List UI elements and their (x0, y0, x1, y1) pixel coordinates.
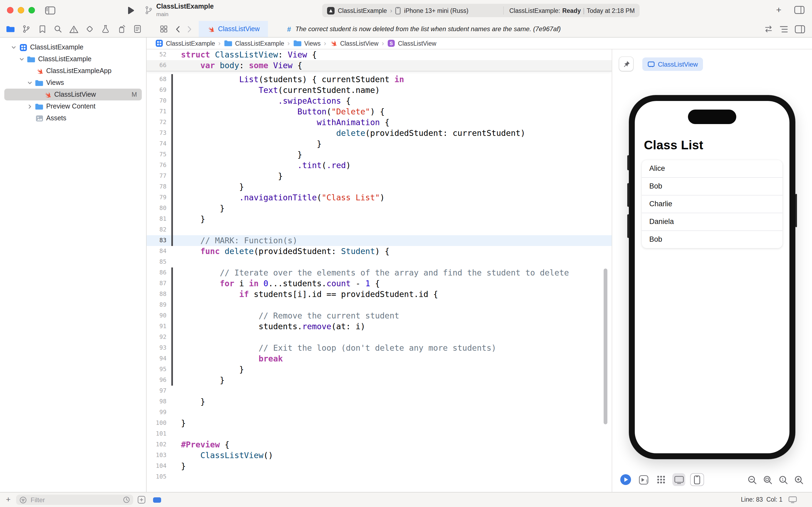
code-line-98[interactable]: 98 } (147, 396, 612, 407)
inspector-panel-icon[interactable] (795, 25, 805, 33)
code-line-90[interactable]: 90 // Remove the current student (147, 311, 612, 321)
run-button[interactable] (127, 6, 134, 14)
editor-layout-icon[interactable] (794, 6, 805, 14)
list-item[interactable]: Alice (642, 160, 782, 178)
code-line-102[interactable]: 102#Preview { (147, 439, 612, 450)
code-line-70[interactable]: 70 .swipeActions { (147, 96, 612, 106)
sidebar-item-classlistexampleapp[interactable]: ClassListExampleApp (4, 65, 142, 77)
back-icon[interactable] (176, 25, 180, 33)
breadcrumb-item[interactable]: ClassListExample (155, 39, 215, 47)
sidebar-item-classlistview[interactable]: ClassListViewM (4, 89, 142, 101)
zoom-actual-icon[interactable]: 1 (777, 474, 789, 486)
minimize-window-button[interactable] (18, 7, 24, 13)
zoom-in-icon[interactable] (793, 474, 805, 486)
issues-navigator-icon[interactable] (69, 24, 78, 34)
code-line-89[interactable]: 89 (147, 300, 612, 311)
code-line-85[interactable]: 85 (147, 257, 612, 268)
close-window-button[interactable] (7, 7, 13, 13)
chevron-down-icon[interactable] (10, 45, 18, 50)
code-line-72[interactable]: 72 withAnimation { (147, 117, 612, 128)
editor-grid-icon[interactable] (160, 25, 168, 33)
code-line-84[interactable]: 84 func delete(providedStudent: Student)… (147, 246, 612, 257)
code-line-92[interactable]: 92 (147, 332, 612, 343)
editor-scrollbar[interactable] (603, 269, 607, 424)
code-line-76[interactable]: 76 .tint(.red) (147, 160, 612, 171)
breadcrumb-item[interactable]: ClassListExample (224, 40, 284, 47)
code-line-75[interactable]: 75 } (147, 149, 612, 160)
code-editor[interactable]: 68 List(students) { currentStudent in69 … (147, 49, 612, 492)
bookmarks-navigator-icon[interactable] (38, 24, 47, 34)
filter-input[interactable] (30, 496, 120, 504)
zoom-fit-icon[interactable] (762, 474, 773, 486)
code-line-88[interactable]: 88 if students[i].id == providedStudent.… (147, 289, 612, 300)
code-line-83[interactable]: 83 // MARK: Function(s) (147, 235, 612, 246)
clock-icon[interactable] (123, 496, 130, 503)
swap-editors-icon[interactable] (764, 25, 773, 33)
code-line-80[interactable]: 80 } (147, 203, 612, 214)
zoom-window-button[interactable] (28, 7, 35, 13)
sidebar-item-classlistexample[interactable]: ClassListExample (4, 41, 142, 53)
forward-icon[interactable] (187, 25, 192, 33)
code-line-68[interactable]: 68 List(students) { currentStudent in (147, 74, 612, 85)
code-line-97[interactable]: 97 (147, 386, 612, 396)
zoom-out-icon[interactable] (747, 474, 758, 486)
list-item[interactable]: Bob (642, 231, 782, 248)
code-line-77[interactable]: 77 } (147, 171, 612, 181)
breadcrumb-item[interactable]: SClassListView (387, 39, 437, 47)
project-navigator-icon[interactable] (6, 24, 15, 34)
code-line-79[interactable]: 79 .navigationTitle("Class List") (147, 192, 612, 203)
find-navigator-icon[interactable] (53, 24, 63, 34)
flag-filter-icon[interactable] (137, 496, 146, 504)
code-line-74[interactable]: 74 } (147, 138, 612, 149)
list-item[interactable]: Daniela (642, 213, 782, 231)
sidebar-item-preview-content[interactable]: Preview Content (4, 101, 142, 112)
code-line-104[interactable]: 104} (147, 461, 612, 471)
code-line-78[interactable]: 78 } (147, 181, 612, 192)
code-line-99[interactable]: 99 (147, 407, 612, 418)
code-line-52[interactable]: 52struct ClassListView: View { (147, 49, 612, 60)
code-line-100[interactable]: 100} (147, 418, 612, 429)
variants-icon[interactable] (655, 473, 668, 486)
list-item[interactable]: Charlie (642, 195, 782, 213)
code-line-95[interactable]: 95 } (147, 364, 612, 375)
code-line-81[interactable]: 81 } (147, 214, 612, 225)
filter-field[interactable] (16, 495, 133, 505)
breadcrumb-item[interactable]: ClassListView (330, 39, 379, 47)
chevron-down-icon[interactable] (26, 80, 34, 85)
tab-classlistview[interactable]: ClassListView (199, 21, 268, 37)
code-line-73[interactable]: 73 delete(providedStudent: currentStuden… (147, 128, 612, 138)
breadcrumb-item[interactable]: Views (293, 40, 321, 47)
sidebar-item-assets[interactable]: Assets (4, 112, 142, 124)
code-line-82[interactable]: 82 (147, 225, 612, 235)
preview-on-device-icon[interactable]: 1 (637, 473, 650, 486)
chevron-down-icon[interactable] (18, 57, 26, 61)
reports-navigator-icon[interactable] (133, 24, 142, 34)
performance-navigator-icon[interactable] (101, 24, 110, 34)
list-item[interactable]: Bob (642, 178, 782, 195)
activity-view[interactable]: ClassListExample › iPhone 13+ mini (Russ… (322, 4, 640, 17)
preview-screen[interactable]: Class List AliceBobCharlieDanielaBob (635, 101, 790, 453)
sidebar-item-views[interactable]: Views (4, 77, 142, 89)
code-line-66[interactable]: 66 var body: some View { (147, 60, 612, 71)
jump-list-icon[interactable] (780, 25, 788, 33)
code-line-69[interactable]: 69 Text(currentStudent.name) (147, 85, 612, 96)
live-preview-button[interactable] (619, 473, 632, 486)
toggle-navigator-icon[interactable] (45, 6, 55, 14)
scheme-name[interactable]: ClassListExample (338, 7, 387, 14)
device-bezels-icon[interactable] (690, 473, 704, 486)
code-line-91[interactable]: 91 students.remove(at: i) (147, 321, 612, 332)
source-control-navigator-icon[interactable] (22, 24, 31, 34)
code-line-105[interactable]: 105 (147, 471, 612, 482)
code-line-86[interactable]: 86 // Iterate over the elements of the a… (147, 268, 612, 278)
new-tab-button[interactable]: + (776, 5, 781, 14)
add-item-button[interactable]: + (6, 495, 11, 504)
code-line-71[interactable]: 71 Button("Delete") { (147, 106, 612, 117)
chevron-right-icon[interactable] (26, 104, 34, 109)
code-line-93[interactable]: 93 // Exit the loop (don't delete any mo… (147, 343, 612, 353)
pin-button[interactable] (619, 57, 633, 71)
code-line-94[interactable]: 94 break (147, 353, 612, 364)
tests-navigator-icon[interactable] (85, 24, 94, 34)
code-line-96[interactable]: 96 } (147, 375, 612, 386)
debug-navigator-icon[interactable] (117, 24, 126, 34)
code-line-103[interactable]: 103 ClassListView() (147, 450, 612, 461)
